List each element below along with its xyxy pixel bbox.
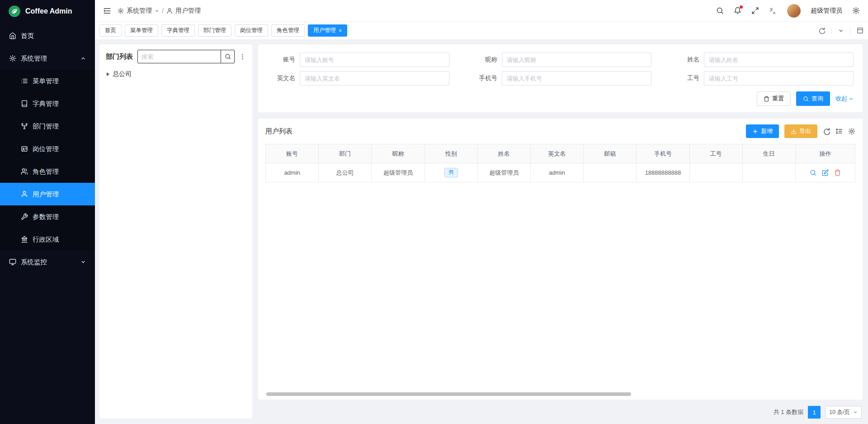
- current-username[interactable]: 超级管理员: [811, 7, 842, 15]
- field-label: 昵称: [469, 56, 497, 64]
- search-form: 账号 昵称 姓名 英文名: [267, 52, 854, 86]
- job-no-input[interactable]: [704, 71, 854, 86]
- collapse-sidebar-button[interactable]: [103, 7, 111, 15]
- sidebar-item-system-mgmt[interactable]: 系统管理: [0, 47, 95, 70]
- tabbar-controls: [818, 27, 863, 35]
- content-fullscreen-button[interactable]: [857, 27, 863, 34]
- dept-panel-title: 部门列表: [106, 52, 133, 61]
- breadcrumb: 系统管理 / 用户管理: [118, 7, 201, 15]
- add-user-button[interactable]: 新增: [746, 124, 779, 138]
- book-icon: [21, 100, 28, 107]
- search-form-actions: 重置 查询 收起: [267, 91, 854, 106]
- sidebar-item-label: 系统监控: [21, 258, 76, 267]
- plus-icon: [752, 129, 758, 134]
- tab-home[interactable]: 首页: [99, 24, 122, 37]
- view-user-button[interactable]: [810, 169, 816, 176]
- wrench-icon: [21, 213, 28, 220]
- user-avatar[interactable]: [787, 4, 801, 18]
- column-settings-button[interactable]: [848, 128, 855, 135]
- tab-user-mgmt[interactable]: 用户管理 ×: [308, 24, 347, 37]
- breadcrumb-level1-label[interactable]: 系统管理: [127, 7, 152, 15]
- cell-account: admin: [266, 163, 319, 182]
- field-label: 姓名: [671, 56, 699, 64]
- search-form-card: 账号 昵称 姓名 英文名: [258, 44, 863, 112]
- caret-right-icon[interactable]: [107, 72, 109, 76]
- chevron-down-icon: [853, 410, 858, 414]
- sidebar-item-home[interactable]: 首页: [0, 24, 95, 47]
- tab-menu-mgmt[interactable]: 菜单管理: [125, 24, 158, 37]
- sidebar-item-label: 部门管理: [33, 122, 86, 131]
- sidebar-item-menu-mgmt[interactable]: 菜单管理: [0, 70, 95, 92]
- dept-more-button[interactable]: [239, 53, 246, 60]
- gender-tag: 男: [444, 168, 458, 178]
- phone-input[interactable]: [502, 71, 651, 86]
- pagination: 共 1 条数据 1 10 条/页: [258, 406, 863, 419]
- tab-dict-mgmt[interactable]: 字典管理: [161, 24, 195, 37]
- column-header-actions: 操作: [796, 144, 855, 163]
- indent-menu-icon: [103, 7, 111, 15]
- sidebar-item-role-mgmt[interactable]: 角色管理: [0, 160, 95, 183]
- total-count-text: 共 1 条数据: [774, 408, 803, 416]
- tab-role-mgmt[interactable]: 角色管理: [271, 24, 305, 37]
- tab-actions-dropdown[interactable]: [838, 28, 844, 33]
- page-size-select[interactable]: 10 条/页: [825, 406, 862, 419]
- collapse-link-label: 收起: [835, 95, 847, 103]
- settings-button[interactable]: [852, 7, 860, 14]
- field-label: 手机号: [469, 74, 497, 82]
- tab-close-icon[interactable]: ×: [339, 28, 342, 33]
- logo-text: Coffee Admin: [25, 7, 72, 15]
- cell-birthday: [742, 163, 795, 182]
- user-icon: [21, 191, 28, 198]
- en-name-input[interactable]: [300, 71, 449, 86]
- right-column: 账号 昵称 姓名 英文名: [258, 44, 863, 419]
- scrollbar-thumb[interactable]: [266, 392, 631, 396]
- user-list-title: 用户列表: [265, 127, 292, 136]
- collapse-form-link[interactable]: 收起: [835, 95, 854, 103]
- tab-label: 岗位管理: [240, 27, 263, 34]
- search-button[interactable]: [716, 7, 724, 14]
- page-button-1[interactable]: 1: [808, 406, 821, 419]
- app-root: Coffee Admin 首页 系统管理 菜单管理 字典管理: [0, 0, 868, 424]
- refresh-list-button[interactable]: [823, 128, 830, 135]
- svg-text:A: A: [773, 10, 775, 14]
- notifications-button[interactable]: [734, 7, 741, 14]
- refresh-tab-button[interactable]: [818, 27, 825, 34]
- tree-node-root[interactable]: 总公司: [106, 69, 246, 80]
- breadcrumb-level1[interactable]: [118, 8, 124, 14]
- table-header-row: 账号 部门 昵称 性别 姓名 英文名 邮箱 手机号 工号 生日 操作: [266, 144, 855, 163]
- sidebar-item-param-mgmt[interactable]: 参数管理: [0, 205, 95, 228]
- export-button-label: 导出: [799, 127, 811, 135]
- delete-user-button[interactable]: [834, 169, 841, 176]
- row-height-button[interactable]: [835, 128, 843, 135]
- tab-label: 用户管理: [313, 27, 336, 34]
- sidebar-item-system-monitor[interactable]: 系统监控: [0, 251, 95, 273]
- language-button[interactable]: 文A: [769, 7, 777, 15]
- account-input[interactable]: [300, 52, 449, 67]
- dept-search-input[interactable]: [138, 53, 221, 60]
- search-icon: [716, 7, 724, 14]
- sidebar-item-dept-mgmt[interactable]: 部门管理: [0, 115, 95, 138]
- export-button[interactable]: 导出: [784, 124, 817, 138]
- clear-icon: [764, 96, 769, 102]
- column-header: 性别: [425, 144, 477, 163]
- query-button[interactable]: 查询: [796, 91, 830, 106]
- sidebar-item-dict-mgmt[interactable]: 字典管理: [0, 92, 95, 115]
- sidebar-item-post-mgmt[interactable]: 岗位管理: [0, 138, 95, 160]
- tab-post-mgmt[interactable]: 岗位管理: [235, 24, 268, 37]
- sidebar-item-user-mgmt[interactable]: 用户管理: [0, 183, 95, 205]
- reset-button[interactable]: 重置: [757, 91, 791, 106]
- nickname-input[interactable]: [502, 52, 651, 67]
- tab-dept-mgmt[interactable]: 部门管理: [198, 24, 231, 37]
- main-area: 系统管理 / 用户管理 文A: [95, 0, 868, 424]
- fullscreen-button[interactable]: [751, 7, 759, 14]
- add-button-label: 新增: [761, 127, 773, 135]
- table-row[interactable]: admin 总公司 超级管理员 男 超级管理员 admin 1888888888…: [266, 163, 855, 182]
- sidebar-item-label: 岗位管理: [33, 145, 86, 153]
- download-icon: [791, 129, 797, 134]
- topbar-right: 文A 超级管理员: [716, 4, 860, 18]
- sidebar-item-admin-region[interactable]: 行政区域: [0, 228, 95, 251]
- edit-user-button[interactable]: [822, 169, 829, 176]
- name-input[interactable]: [704, 52, 854, 67]
- users-icon: [21, 168, 28, 175]
- dept-search-button[interactable]: [221, 50, 234, 63]
